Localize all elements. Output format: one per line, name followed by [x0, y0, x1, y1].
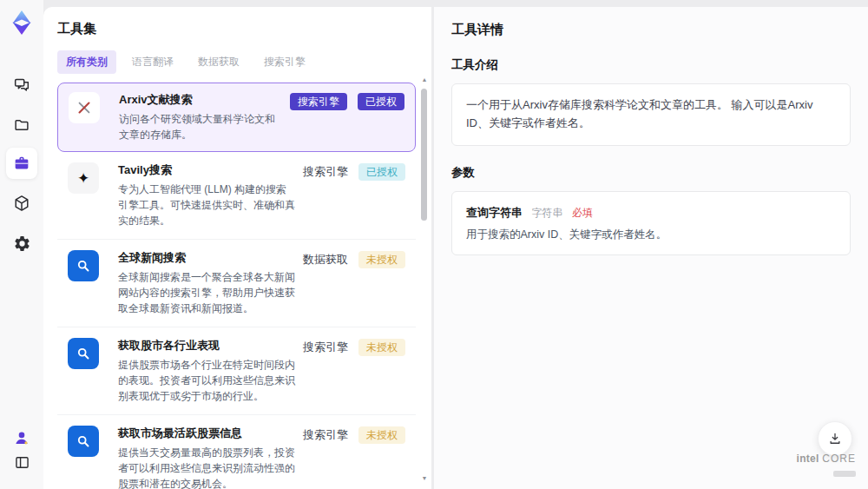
tool-name: Arxiv文献搜索 — [119, 92, 283, 108]
tool-text-block: Tavily搜索 专为人工智能代理 (LLM) 构建的搜索引擎工具。可快速提供实… — [118, 162, 296, 228]
chat-icon — [12, 76, 31, 95]
param-box: 查询字符串 字符串 必填 用于搜索的Arxiv ID、关键字或作者姓名。 — [451, 191, 851, 255]
tab-language-translation[interactable]: 语言翻译 — [123, 50, 182, 74]
tool-description: 提供当天交易量最高的股票列表，投资者可以利用这些信息来识别流动性强的股票和潜在的… — [118, 445, 296, 489]
scrollbar-thumb[interactable] — [421, 89, 427, 221]
auth-status-badge: 未授权 — [358, 339, 405, 356]
tool-list-item[interactable]: 全球新闻搜索 全球新闻搜索是一个聚合全球各大新闻网站内容的搜索引擎，帮助用户快速… — [57, 240, 416, 327]
download-icon — [827, 431, 843, 446]
category-label: 搜索引擎 — [303, 164, 348, 180]
sidebar-item-settings[interactable] — [6, 228, 37, 259]
sidebar-item-panel-toggle[interactable] — [6, 446, 37, 478]
tool-list-item[interactable]: 获取股市各行业表现 提供股票市场各个行业在特定时间段内的表现。投资者可以利用这些… — [57, 327, 416, 415]
sidebar-rail — [0, 0, 43, 489]
tool-list-item-selected[interactable]: Arxiv文献搜索 访问各个研究领域大量科学论文和文章的存储库。 搜索引擎 已授… — [57, 83, 416, 152]
sidebar-item-tools[interactable] — [6, 148, 37, 179]
tab-search-engine[interactable]: 搜索引擎 — [255, 50, 314, 74]
scroll-up-arrow-icon[interactable]: ▲ — [419, 76, 430, 83]
download-button[interactable] — [818, 421, 852, 456]
tab-all-categories[interactable]: 所有类别 — [57, 50, 116, 74]
intel-core-logo: intel core — [797, 453, 856, 480]
param-name: 查询字符串 — [466, 206, 523, 219]
category-label: 数据获取 — [303, 252, 348, 268]
details-title: 工具详情 — [451, 22, 851, 38]
tool-text-block: 全球新闻搜索 全球新闻搜索是一个聚合全球各大新闻网站内容的搜索引擎，帮助用户快速… — [118, 250, 296, 316]
category-label: 搜索引擎 — [303, 340, 348, 355]
category-tabs: 所有类别 语言翻译 数据获取 搜索引擎 — [57, 50, 416, 74]
tool-tags: 搜索引擎 已授权 — [290, 92, 404, 110]
logo-gem-icon — [8, 9, 36, 36]
intro-heading: 工具介绍 — [451, 57, 851, 73]
tool-description: 提供股票市场各个行业在特定时间段内的表现。投资者可以利用这些信息来识别表现优于或… — [118, 357, 296, 404]
page-title: 工具集 — [57, 21, 416, 37]
search-blue-icon — [68, 426, 99, 457]
param-description: 用于搜索的Arxiv ID、关键字或作者姓名。 — [466, 228, 836, 242]
tool-description: 全球新闻搜索是一个聚合全球各大新闻网站内容的搜索引擎，帮助用户快速获取全球最新资… — [118, 269, 296, 316]
tool-tags: 搜索引擎 未授权 — [303, 338, 405, 356]
brand-intel-text: intel — [797, 453, 819, 465]
tool-tags: 搜索引擎 未授权 — [303, 426, 405, 444]
auth-status-badge: 未授权 — [358, 251, 405, 268]
sidebar-item-packages[interactable] — [6, 188, 37, 219]
user-avatar-icon — [12, 428, 31, 447]
sparkle-glyph: ✦ — [77, 171, 89, 186]
package-icon — [12, 194, 31, 213]
tool-name: Tavily搜索 — [118, 162, 296, 178]
auth-status-badge: 已授权 — [358, 93, 404, 110]
scroll-down-arrow-icon[interactable]: ▼ — [419, 475, 430, 482]
category-label: 搜索引擎 — [303, 427, 348, 443]
tool-tags: 搜索引擎 已授权 — [303, 162, 405, 181]
tool-details-panel: 工具详情 工具介绍 一个用于从Arxiv存储库搜索科学论文和文章的工具。 输入可… — [434, 7, 868, 489]
panel-toggle-icon — [13, 453, 31, 472]
intro-box: 一个用于从Arxiv存储库搜索科学论文和文章的工具。 输入可以是Arxiv ID… — [451, 83, 851, 146]
tool-tags: 数据获取 未授权 — [303, 250, 405, 268]
tool-name: 全球新闻搜索 — [118, 250, 296, 266]
tab-data-fetch[interactable]: 数据获取 — [189, 50, 248, 74]
tool-name: 获取股市各行业表现 — [118, 338, 296, 354]
param-type: 字符串 — [531, 207, 562, 219]
tool-list-item[interactable]: ✦ Tavily搜索 专为人工智能代理 (LLM) 构建的搜索引擎工具。可快速提… — [57, 152, 416, 240]
tool-description: 专为人工智能代理 (LLM) 构建的搜索引擎工具。可快速提供实时、准确和真实的结… — [118, 182, 296, 228]
tool-text-block: Arxiv文献搜索 访问各个研究领域大量科学论文和文章的存储库。 — [119, 92, 283, 142]
param-required-flag: 必填 — [572, 207, 593, 219]
sidebar-item-files[interactable] — [6, 109, 37, 141]
tool-text-block: 获取市场最活跃股票信息 提供当天交易量最高的股票列表，投资者可以利用这些信息来识… — [118, 426, 296, 489]
tool-text-block: 获取股市各行业表现 提供股票市场各个行业在特定时间段内的表现。投资者可以利用这些… — [118, 338, 296, 404]
auth-status-badge: 已授权 — [358, 163, 405, 181]
app-window: 工具集 所有类别 语言翻译 数据获取 搜索引擎 Arxiv文献搜索 访问各个研究… — [0, 0, 868, 489]
search-blue-icon — [68, 250, 99, 281]
tool-description: 访问各个研究领域大量科学论文和文章的存储库。 — [119, 111, 283, 142]
arxiv-x-icon — [69, 92, 100, 123]
auth-status-badge: 未授权 — [358, 426, 405, 444]
param-header-line: 查询字符串 字符串 必填 — [466, 204, 836, 221]
tool-name: 获取市场最活跃股票信息 — [118, 426, 296, 441]
gear-icon — [13, 235, 31, 253]
brand-sub-badge — [833, 471, 856, 477]
brand-core-text: core — [822, 453, 856, 465]
list-scrollbar[interactable]: ▲ ▼ — [419, 76, 430, 482]
tools-list-panel: 工具集 所有类别 语言翻译 数据获取 搜索引擎 Arxiv文献搜索 访问各个研究… — [43, 7, 431, 489]
sparkle-icon: ✦ — [68, 162, 99, 194]
search-blue-icon — [68, 338, 99, 369]
intro-text: 一个用于从Arxiv存储库搜索科学论文和文章的工具。 输入可以是Arxiv ID… — [466, 96, 836, 133]
tool-list-item[interactable]: 获取市场最活跃股票信息 提供当天交易量最高的股票列表，投资者可以利用这些信息来识… — [57, 415, 416, 489]
toolbox-icon — [12, 154, 31, 173]
folder-icon — [12, 116, 31, 135]
params-heading: 参数 — [451, 165, 851, 181]
sidebar-item-chat[interactable] — [6, 69, 37, 101]
category-badge: 搜索引擎 — [290, 93, 347, 110]
app-logo — [6, 7, 37, 38]
